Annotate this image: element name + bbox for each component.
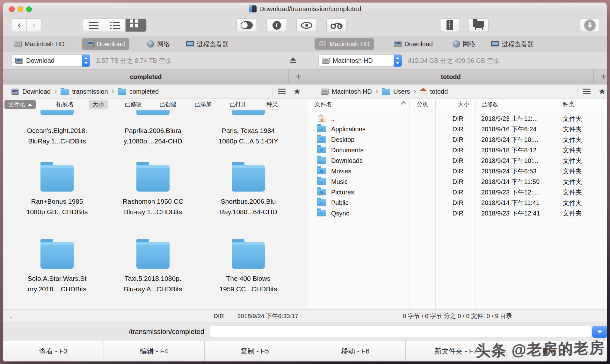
list-item-movies[interactable]: ▦ Movies DIR 2018/9/24 下午6:53 文件夹: [308, 166, 607, 177]
close-button[interactable]: [9, 6, 15, 12]
grid-item[interactable]: Ran+Bonus 1985 1080p GB...CHDBits: [12, 165, 102, 217]
breadcrumb-segment[interactable]: completed: [129, 88, 159, 95]
grid-item[interactable]: Rashomon 1950 CC Blu-ray 1...CHDBits: [108, 165, 198, 217]
left-tab-process-viewer[interactable]: 进程查看器: [182, 38, 233, 50]
info-icon: i: [272, 21, 281, 30]
nas-drive-icon: [394, 41, 402, 47]
right-drive-select[interactable]: Macintosh HD: [318, 55, 402, 67]
drive-stepper-icon[interactable]: [82, 55, 90, 67]
drive-capacity: 415.04 GB 分之 499.96 GB 空余: [408, 52, 500, 69]
right-tab-download[interactable]: Download: [389, 38, 437, 50]
eject-icon[interactable]: [289, 57, 297, 64]
right-tab-macintosh-hd[interactable]: Macintosh HD: [315, 38, 374, 50]
grid-item[interactable]: Shortbus.2006.Blu Ray.1080...64-CHD: [204, 165, 293, 217]
list-item-qsync[interactable]: ○ Qsync DIR 2018/9/23 下午12:41 文件夹: [308, 208, 607, 219]
drive-selector-row: Download 2.57 TB 分之 8.74 TB 空余 Macintosh…: [3, 52, 607, 69]
grid-item[interactable]: Taxi.5.2018.1080p. Blu-ray.A...CHDBits: [108, 242, 198, 294]
folder-icon: [232, 242, 265, 269]
breadcrumb-segment[interactable]: Macintosh HD: [332, 88, 372, 95]
grid-item[interactable]: Solo.A.Star.Wars.St ory.2018....CHDBits: [12, 242, 102, 294]
quick-look-button[interactable]: [296, 18, 317, 32]
right-column-extension[interactable]: 分机: [413, 99, 432, 110]
breadcrumb-segment[interactable]: transmission: [72, 88, 108, 95]
right-column-filename[interactable]: 文件名: [315, 99, 332, 110]
folder-icon: [61, 89, 69, 95]
list-item-updir[interactable]: .. DIR 2018/9/23 上午11:... 文件夹: [308, 113, 607, 124]
right-folder-tab[interactable]: totodd: [308, 69, 593, 84]
right-column-size[interactable]: 大小: [439, 99, 469, 110]
folder-icon: [40, 242, 74, 269]
movies-folder-icon: ▦: [317, 168, 326, 174]
left-column-opened[interactable]: 已打开: [229, 99, 247, 110]
archive-button[interactable]: [440, 18, 459, 32]
list-item-public[interactable]: ◇ Public DIR 2018/9/14 下午11:41 文件夹: [308, 198, 607, 208]
breadcrumb-segment[interactable]: Download: [22, 88, 51, 95]
right-tab-process-viewer[interactable]: 进程查看器: [487, 38, 538, 50]
left-column-extension[interactable]: 拓展名: [56, 99, 74, 110]
left-tab-network[interactable]: 网络: [143, 38, 174, 50]
left-add-tab-button[interactable]: +: [288, 69, 308, 84]
breadcrumb-separator: ›: [54, 87, 57, 96]
breadcrumb-segment[interactable]: Users: [393, 88, 410, 95]
right-column-modified[interactable]: 已修改: [481, 99, 498, 110]
info-button[interactable]: i: [266, 18, 287, 32]
move-f6-button[interactable]: 移动 - F6: [305, 341, 406, 361]
list-item-applications[interactable]: A Applications DIR 2018/9/16 下午6:24 文件夹: [308, 124, 607, 135]
left-folder-tab[interactable]: completed: [3, 69, 288, 84]
detail-view-button[interactable]: [104, 19, 125, 32]
left-favorites-button[interactable]: ★: [289, 84, 305, 98]
grid-item[interactable]: The 400 Blows 1959 CC...CHDBits: [204, 242, 293, 294]
grid-item[interactable]: Paris, Texas 1984 1080p C...A 5 1-DIY: [204, 110, 293, 146]
left-view-menu-button[interactable]: [275, 84, 289, 98]
left-tab-download[interactable]: Download: [82, 38, 129, 50]
back-icon: ‹: [18, 19, 21, 30]
list-item-music[interactable]: ♪ Music DIR 2018/9/14 下午11:59 文件夹: [308, 177, 607, 187]
grid-item[interactable]: Paprika.2006.Blura y.1080p....264-CHD: [108, 110, 198, 146]
command-history-dropdown[interactable]: [592, 326, 607, 338]
left-column-kind[interactable]: 种类: [266, 99, 278, 110]
breadcrumb-separator: ›: [376, 87, 378, 96]
view-f3-button[interactable]: 查看 - F3: [3, 341, 104, 361]
preview-toggle-button[interactable]: [236, 18, 257, 32]
left-column-added[interactable]: 已添加: [194, 99, 212, 110]
desktop: { "window": { "title": "Download/transmi…: [0, 0, 610, 364]
right-column-kind[interactable]: 种类: [563, 99, 574, 110]
sort-ascending-icon: [401, 101, 406, 107]
left-column-filename[interactable]: 文件名: [4, 100, 36, 109]
grid-view-button[interactable]: [126, 19, 146, 32]
command-input[interactable]: [210, 326, 591, 337]
history-nav: ‹ ›: [12, 18, 41, 32]
edit-f4-button[interactable]: 编辑 - F4: [104, 341, 205, 361]
back-button[interactable]: ‹: [12, 19, 27, 32]
star-icon: ★: [598, 87, 606, 96]
download-circle-icon: [584, 19, 596, 31]
list-view-icon: [89, 22, 98, 29]
list-item-downloads[interactable]: ↓ Downloads DIR 2018/9/24 下午10:... 文件夹: [308, 156, 607, 166]
downloads-button[interactable]: [580, 18, 600, 32]
zoom-button[interactable]: [26, 6, 32, 12]
hard-drive-icon: [319, 41, 327, 47]
right-status-summary: 0 字节 / 0 字节 分之 0 / 0 文件. 0 / 9 目录: [308, 310, 607, 323]
list-item-desktop[interactable]: ▢ Desktop DIR 2018/9/24 下午10:... 文件夹: [308, 135, 607, 145]
drive-stepper-icon[interactable]: [394, 55, 402, 67]
copy-f5-button[interactable]: 复制 - F5: [205, 341, 305, 361]
left-column-size[interactable]: 大小: [89, 100, 108, 109]
grid-item[interactable]: Ocean's.Eight.2018. BluRay.1...CHDBits: [12, 110, 102, 146]
list-item-documents[interactable]: ▤ Documents DIR 2018/9/18 下午8:12 文件夹: [308, 145, 607, 156]
list-view-button[interactable]: [83, 19, 104, 32]
left-column-modified[interactable]: 已修改: [125, 99, 142, 110]
left-drive-select[interactable]: Download: [12, 55, 90, 67]
tab-label: 网络: [157, 40, 170, 48]
list-item-pictures[interactable]: ◉ Pictures DIR 2018/9/23 下午12:... 文件夹: [308, 187, 607, 198]
left-tab-macintosh-hd[interactable]: Macintosh HD: [10, 38, 69, 50]
network-share-button[interactable]: [468, 18, 489, 32]
search-button[interactable]: [326, 18, 347, 32]
forward-button[interactable]: ›: [27, 19, 41, 32]
right-favorites-button[interactable]: ★: [594, 84, 607, 98]
minimize-button[interactable]: [18, 6, 23, 12]
right-view-menu-button[interactable]: [580, 84, 594, 98]
right-tab-network[interactable]: 网络: [448, 38, 480, 50]
left-column-created[interactable]: 已创建: [159, 99, 177, 110]
breadcrumb-segment[interactable]: totodd: [430, 88, 448, 95]
right-add-tab-button[interactable]: +: [593, 69, 607, 84]
